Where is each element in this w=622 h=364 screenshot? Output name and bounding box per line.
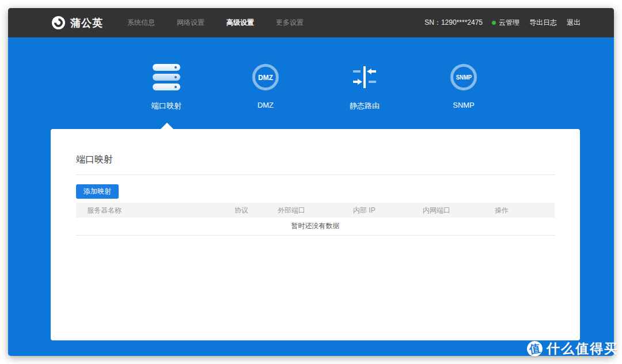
menu-item-more-settings[interactable]: 更多设置 (270, 14, 309, 31)
dmz-icon: DMZ (252, 64, 279, 90)
tab-label: SNMP (453, 101, 475, 109)
smzdm-watermark: 值 什么值得买 (527, 340, 619, 358)
port-mapping-card: 端口映射 添加映射 服务器名称 协议 外部端口 内部 IP 内网 (51, 129, 580, 340)
active-tab-caret (160, 123, 174, 130)
mapping-table: 服务器名称 协议 外部端口 内部 IP 内网端口 操作 暂时还没有数据 (76, 203, 555, 236)
col-external-port: 外部端口 (267, 203, 342, 218)
table-header-row: 服务器名称 协议 外部端口 内部 IP 内网端口 操作 (76, 203, 555, 218)
content-area: 端口映射 DMZ DMZ (8, 37, 614, 356)
tab-label: 静态路由 (350, 101, 380, 111)
smzdm-badge-icon: 值 (526, 340, 543, 357)
serial-number: SN：1290****2475 (424, 18, 483, 28)
cloud-management-link[interactable]: 云管理 (492, 18, 519, 28)
main-menu: 系统信息 网络设置 高级设置 更多设置 (122, 14, 320, 31)
brand-name: 蒲公英 (70, 16, 103, 30)
col-lan-port: 内网端口 (412, 203, 484, 218)
title-divider (76, 175, 555, 175)
tab-dmz[interactable]: DMZ DMZ (216, 63, 315, 111)
feature-tabs: 端口映射 DMZ DMZ (117, 63, 513, 111)
router-admin-page: 蒲公英 系统信息 网络设置 高级设置 更多设置 SN：1290****2475 … (8, 8, 614, 356)
menu-item-network-settings[interactable]: 网络设置 (171, 14, 210, 31)
card-title: 端口映射 (76, 129, 555, 166)
cloud-management-label: 云管理 (499, 18, 519, 28)
port-mapping-icon (153, 64, 180, 90)
add-mapping-button[interactable]: 添加映射 (76, 184, 119, 199)
brand-logo-icon (52, 16, 65, 29)
empty-state-row: 暂时还没有数据 (76, 218, 555, 235)
export-log-link[interactable]: 导出日志 (529, 18, 557, 28)
tab-static-route[interactable]: 静态路由 (315, 63, 414, 111)
static-route-icon (351, 63, 378, 91)
menu-item-advanced-settings[interactable]: 高级设置 (221, 14, 260, 31)
menu-item-system-info[interactable]: 系统信息 (122, 14, 161, 31)
col-internal-ip: 内部 IP (342, 203, 412, 218)
online-status-dot-icon (492, 21, 496, 25)
col-protocol: 协议 (223, 203, 267, 218)
tab-snmp[interactable]: SNMP SNMP (414, 63, 513, 111)
tab-label: DMZ (257, 101, 274, 109)
col-actions: 操作 (484, 203, 555, 218)
snmp-icon: SNMP (450, 64, 477, 90)
col-server-name: 服务器名称 (76, 203, 223, 218)
smzdm-watermark-text: 什么值得买 (547, 340, 619, 358)
navbar-right-group: SN：1290****2475 云管理 导出日志 退出 (424, 18, 581, 28)
logout-link[interactable]: 退出 (567, 18, 581, 28)
top-navbar: 蒲公英 系统信息 网络设置 高级设置 更多设置 SN：1290****2475 … (8, 8, 614, 37)
tab-port-mapping[interactable]: 端口映射 (117, 63, 216, 111)
empty-state-text: 暂时还没有数据 (76, 218, 555, 235)
tab-label: 端口映射 (151, 101, 181, 111)
